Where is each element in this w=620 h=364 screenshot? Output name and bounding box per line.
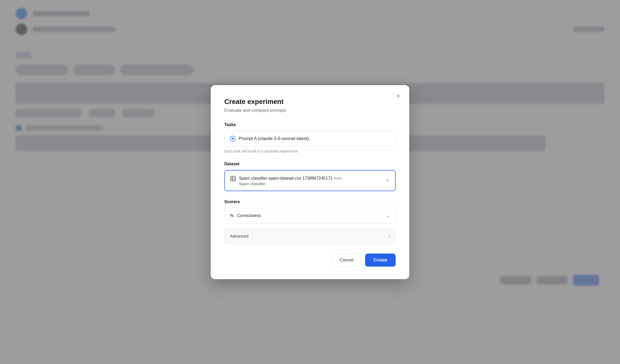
create-button[interactable]: Create bbox=[365, 254, 396, 267]
task-label: Prompt A (claude-3-5-sonnet-latest) bbox=[239, 136, 309, 141]
scorers-dropdown[interactable]: % Correctness ⌄ bbox=[224, 208, 396, 224]
scorers-section-label: Scorers bbox=[224, 199, 396, 204]
task-item[interactable]: Prompt A (claude-3-5-sonnet-latest) bbox=[224, 131, 396, 146]
dataset-source: Spam classifier bbox=[239, 181, 342, 186]
advanced-label: Advanced bbox=[230, 234, 248, 239]
scorer-name: Correctness bbox=[237, 213, 261, 218]
dataset-name: Spam classifier spam-dataset.csv 1738967… bbox=[239, 175, 342, 181]
tasks-section-label: Tasks bbox=[224, 122, 396, 127]
chevron-down-icon: ⌄ bbox=[386, 213, 390, 219]
chevron-right-icon: › bbox=[389, 234, 390, 239]
dataset-clear-button[interactable]: × bbox=[385, 177, 390, 184]
close-button[interactable]: × bbox=[394, 91, 403, 101]
modal-footer: Cancel Create bbox=[224, 254, 396, 267]
dataset-section-label: Dataset bbox=[224, 162, 396, 166]
dataset-icon bbox=[230, 176, 236, 183]
advanced-section[interactable]: Advanced › bbox=[224, 229, 396, 244]
task-icon bbox=[230, 136, 236, 142]
modal-title: Create experiment bbox=[224, 98, 396, 106]
modal-subtitle: Evaluate and compare prompts bbox=[224, 108, 396, 113]
task-hint: Each task will result in a separate expe… bbox=[224, 149, 396, 153]
cancel-button[interactable]: Cancel bbox=[332, 254, 361, 267]
dataset-item[interactable]: Spam classifier spam-dataset.csv 1738967… bbox=[224, 170, 396, 191]
create-experiment-modal: × Create experiment Evaluate and compare… bbox=[211, 85, 409, 279]
svg-rect-0 bbox=[231, 176, 235, 181]
percent-icon: % bbox=[230, 213, 234, 218]
